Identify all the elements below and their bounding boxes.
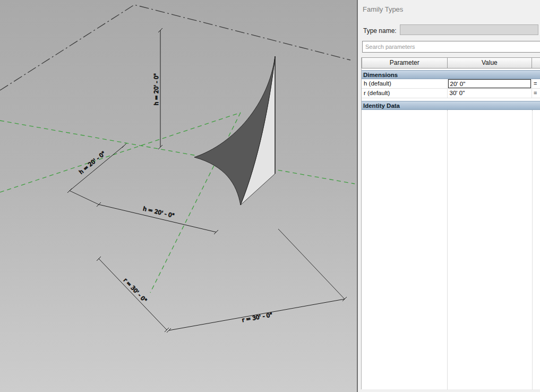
column-header-value[interactable]: Value — [448, 57, 533, 69]
table-empty-area — [362, 110, 540, 389]
reference-line-green[interactable] — [0, 113, 241, 192]
dimensions: h = 20' - 0" h = 20' - 0" h = 20' - 0" — [67, 28, 347, 333]
dimension-left-r[interactable] — [97, 257, 169, 332]
mass-form[interactable] — [194, 56, 275, 205]
dimension-value-bottom-r[interactable]: r = 30' - 0" — [242, 311, 273, 323]
parameter-name-label: h (default) — [362, 79, 448, 88]
dimension-value-left-r[interactable]: r = 30' - 0" — [123, 277, 149, 303]
parameters-table: Parameter Value Dimensions h (default) 2… — [361, 57, 540, 389]
parameter-value-cell: 30' 0" — [448, 89, 533, 98]
table-header-row: Parameter Value — [362, 57, 540, 69]
search-parameters-input[interactable] — [362, 41, 540, 53]
dimension-value-upper-left-h[interactable]: h = 20' - 0" — [78, 150, 106, 175]
parameter-name-label: r (default) — [362, 89, 448, 98]
reference-plane-line[interactable] — [0, 5, 350, 90]
r-value-input[interactable]: 30' 0" — [448, 89, 532, 98]
table-row-h-default: h (default) 20' 0" = — [362, 79, 540, 89]
section-header-dimensions: Dimensions — [362, 70, 540, 79]
viewport-canvas: h = 20' - 0" h = 20' - 0" h = 20' - 0" — [0, 0, 357, 392]
family-types-dialog: Family Types Type name: Parameter Value … — [357, 0, 540, 392]
column-header-parameter[interactable]: Parameter — [362, 57, 448, 69]
dimension-value-vertical-h[interactable]: h = 20' - 0" — [153, 73, 159, 105]
3d-viewport[interactable]: h = 20' - 0" h = 20' - 0" h = 20' - 0" — [0, 0, 357, 392]
type-name-label: Type name: — [363, 27, 397, 35]
dialog-title: Family Types — [363, 5, 403, 13]
type-name-combobox[interactable] — [400, 24, 538, 35]
formula-equals-sign: = — [532, 89, 540, 98]
dimension-lower-h[interactable] — [97, 202, 218, 234]
revit-family-editor: h = 20' - 0" h = 20' - 0" h = 20' - 0" — [0, 0, 540, 392]
table-row-r-default: r (default) 30' 0" = — [362, 89, 540, 98]
column-divider — [447, 110, 448, 389]
parameter-value-cell: 20' 0" — [448, 79, 533, 88]
dimension-value-lower-h[interactable]: h = 20' - 0" — [142, 205, 175, 219]
h-value-input[interactable]: 20' 0" — [448, 79, 532, 88]
column-header-formula[interactable] — [532, 57, 540, 69]
section-header-identity-data: Identity Data — [362, 101, 540, 110]
column-divider — [532, 110, 533, 389]
dimension-upper-left-h[interactable] — [67, 143, 126, 204]
reference-lines-green[interactable] — [0, 113, 355, 293]
formula-equals-sign: = — [532, 79, 540, 88]
